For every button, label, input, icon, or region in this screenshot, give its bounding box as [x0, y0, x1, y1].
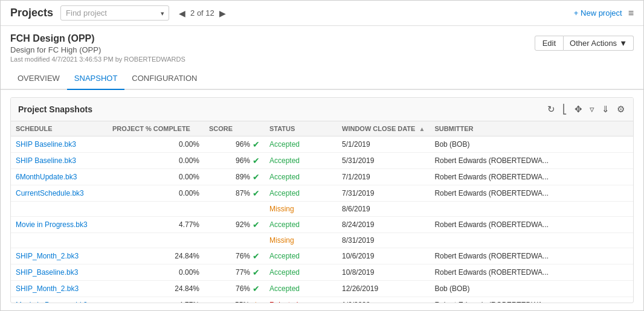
check-circle-icon: ✔ — [253, 220, 260, 229]
table-header: Project Snapshots ↻ ⎣ ✥ ▿ ⇓ ⚙ — [11, 98, 633, 121]
col-header-score[interactable]: SCORE — [204, 121, 265, 136]
nav-arrows: ◀ 2 of 12 ▶ — [176, 7, 228, 19]
expand-icon[interactable]: ✥ — [573, 103, 584, 116]
cell-submitter: Bob (BOB) — [430, 281, 633, 297]
cell-pct: 0.00% — [108, 136, 204, 153]
status-badge: Accepted — [269, 189, 300, 197]
find-project-wrapper: Find project — [60, 5, 169, 21]
check-circle-icon: ✔ — [253, 172, 260, 182]
status-badge: Accepted — [269, 284, 300, 293]
schedule-link[interactable]: Movie in Progress.bk3 — [16, 301, 88, 303]
check-circle-icon: ✔ — [253, 188, 260, 198]
next-page-arrow[interactable]: ▶ — [217, 7, 228, 19]
find-project-dropdown[interactable]: Find project — [60, 5, 169, 21]
tabs: OVERVIEW SNAPSHOT CONFIGURATION — [1, 68, 643, 90]
table-row: 6MonthUpdate.bk30.00%89%✔Accepted7/1/201… — [11, 169, 633, 185]
schedule-link[interactable]: Movie in Progress.bk3 — [16, 220, 88, 229]
table-row: Missing8/31/2019 — [11, 233, 633, 248]
chart-icon[interactable]: ⎣ — [561, 103, 568, 116]
project-name: FCH Design (OPP) — [10, 33, 185, 44]
cell-schedule: Movie in Progress.bk3 — [11, 217, 108, 233]
edit-button[interactable]: Edit — [535, 36, 564, 51]
cell-status: Accepted — [265, 136, 337, 153]
cell-status: Accepted — [265, 169, 337, 185]
cell-pct: 4.77% — [108, 217, 204, 233]
cell-status: Accepted — [265, 185, 337, 202]
schedule-link[interactable]: SHIP_Baseline.bk3 — [16, 268, 78, 277]
col-header-pct[interactable]: PROJECT % COMPLETE — [108, 121, 204, 136]
warning-icon: ⚠ — [252, 300, 260, 303]
cell-pct: 4.77% — [108, 297, 204, 303]
col-header-status[interactable]: STATUS — [265, 121, 337, 136]
sort-arrow-icon: ▲ — [419, 126, 425, 132]
check-circle-icon: ✔ — [253, 251, 260, 261]
col-header-submitter[interactable]: SUBMITTER — [430, 121, 633, 136]
cell-pct: 24.84% — [108, 281, 204, 297]
prev-page-arrow[interactable]: ◀ — [176, 7, 188, 19]
schedule-link[interactable]: SHIP Baseline.bk3 — [16, 156, 76, 165]
cell-window: 8/6/2019 — [337, 202, 430, 217]
schedule-link[interactable]: SHIP_Month_2.bk3 — [16, 284, 79, 293]
schedule-link[interactable]: 6MonthUpdate.bk3 — [16, 173, 77, 181]
col-header-window[interactable]: WINDOW CLOSE DATE ▲ — [337, 121, 430, 136]
cell-schedule — [11, 202, 108, 217]
tab-configuration[interactable]: CONFIGURATION — [124, 68, 204, 90]
check-circle-icon: ✔ — [253, 139, 260, 149]
cell-pct: 0.00% — [108, 185, 204, 202]
cell-window: 8/24/2019 — [337, 217, 430, 233]
schedule-link[interactable]: CurrentSchedule.bk3 — [16, 189, 84, 197]
status-badge: Accepted — [269, 220, 300, 229]
cell-submitter: Robert Edwards (ROBERTEDWA... — [430, 265, 633, 281]
cell-score: 77%✔ — [204, 265, 265, 281]
check-circle-icon: ✔ — [253, 268, 260, 277]
project-header: FCH Design (OPP) Design for FC High (OPP… — [1, 26, 643, 68]
cell-status: Accepted — [265, 281, 337, 297]
cell-schedule: SHIP_Month_2.bk3 — [11, 281, 108, 297]
other-actions-button[interactable]: Other Actions ▼ — [564, 36, 634, 51]
settings-icon[interactable]: ⚙ — [616, 103, 626, 116]
schedule-link[interactable]: SHIP Baseline.bk3 — [16, 140, 76, 149]
cell-window: 5/1/2019 — [337, 136, 430, 153]
cell-submitter — [430, 233, 633, 248]
cell-window: 7/1/2019 — [337, 169, 430, 185]
list-view-icon[interactable]: ≡ — [628, 8, 634, 19]
cell-submitter: Robert Edwards (ROBERTEDWA... — [430, 185, 633, 202]
project-subtitle: Design for FC High (OPP) — [10, 45, 185, 54]
project-info: FCH Design (OPP) Design for FC High (OPP… — [10, 33, 185, 63]
table-scroll-wrapper[interactable]: SCHEDULE PROJECT % COMPLETE SCORE STATUS — [11, 121, 633, 303]
refresh-icon[interactable]: ↻ — [546, 103, 556, 116]
cell-score: 96%✔ — [204, 136, 265, 153]
page-title: Projects — [10, 7, 53, 19]
cell-schedule: 6MonthUpdate.bk3 — [11, 169, 108, 185]
tab-overview[interactable]: OVERVIEW — [10, 68, 67, 90]
main-content: Project Snapshots ↻ ⎣ ✥ ▿ ⇓ ⚙ SCHEDU — [1, 90, 643, 310]
cell-submitter: Robert Edwards (ROBERTEDWA... — [430, 248, 633, 265]
new-project-button[interactable]: + New project — [574, 8, 622, 18]
cell-score: 87%✔ — [204, 185, 265, 202]
cell-score: 76%✔ — [204, 281, 265, 297]
schedule-link[interactable]: SHIP_Month_2.bk3 — [16, 252, 79, 260]
tab-snapshot[interactable]: SNAPSHOT — [67, 68, 125, 90]
cell-submitter: Robert Edwards (ROBERTEDWA... — [430, 153, 633, 169]
cell-score — [204, 202, 265, 217]
download-icon[interactable]: ⇓ — [601, 103, 611, 116]
table-row: SHIP Baseline.bk30.00%96%✔Accepted5/1/20… — [11, 136, 633, 153]
cell-submitter: Robert Edwards (ROBERTEDWA... — [430, 169, 633, 185]
top-bar-left: Projects Find project ◀ 2 of 12 ▶ — [10, 5, 228, 21]
status-badge: Missing — [269, 205, 294, 213]
cell-score: 96%✔ — [204, 153, 265, 169]
status-badge: Accepted — [269, 140, 300, 149]
status-badge: Accepted — [269, 156, 300, 165]
cell-submitter: Robert Edwards (ROBERTEDWA... — [430, 297, 633, 303]
table-section: Project Snapshots ↻ ⎣ ✥ ▿ ⇓ ⚙ SCHEDU — [10, 97, 634, 303]
col-header-schedule[interactable]: SCHEDULE — [11, 121, 108, 136]
cell-schedule: SHIP_Month_2.bk3 — [11, 248, 108, 265]
table-title: Project Snapshots — [18, 104, 92, 114]
project-meta: Last modified 4/7/2021 3:46:53 PM by ROB… — [10, 56, 185, 63]
cell-score: 89%✔ — [204, 169, 265, 185]
status-badge: Accepted — [269, 252, 300, 260]
cell-pct — [108, 202, 204, 217]
filter-icon[interactable]: ▿ — [588, 103, 596, 116]
cell-status: Accepted — [265, 248, 337, 265]
cell-status: Accepted — [265, 153, 337, 169]
